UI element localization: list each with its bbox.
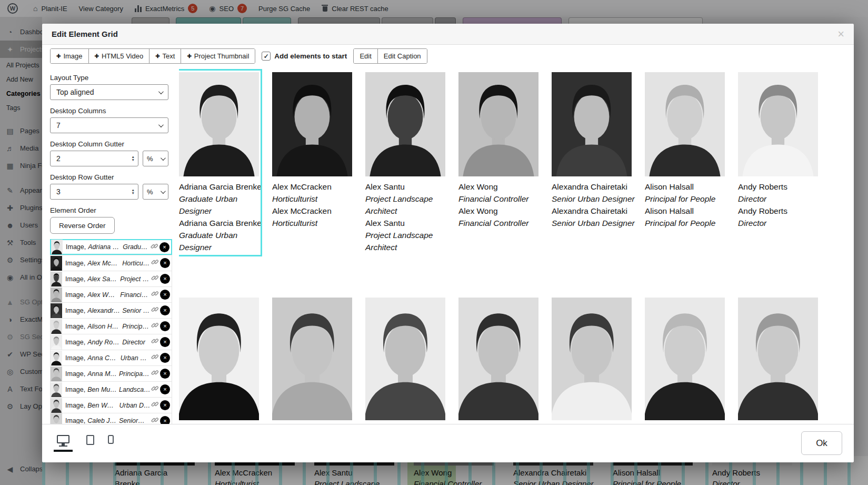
- element-name-label: Anna M…: [87, 370, 117, 378]
- chevron-down-icon: [158, 89, 164, 94]
- link-icon: [151, 321, 159, 331]
- desktop-row-gutter-unit-select[interactable]: %: [143, 184, 168, 200]
- device-tablet-button[interactable]: [86, 435, 94, 445]
- grid-cell[interactable]: Chris…: [738, 298, 818, 424]
- number-stepper-icon[interactable]: ▲▼: [132, 189, 135, 195]
- element-order-list: Image, Adriana Garcia Brenke Graduate Ur…: [50, 239, 172, 424]
- link-icon: [151, 337, 159, 347]
- element-type-label: Image,: [65, 386, 85, 393]
- element-name-label: Alex Santu: [87, 275, 118, 283]
- element-order-item[interactable]: Image, Ben Mu… Landsca… ×: [50, 381, 172, 397]
- desktop-row-gutter-input[interactable]: 3 ▲▼: [50, 184, 138, 200]
- link-icon: [151, 258, 159, 268]
- reverse-order-button[interactable]: Reverse Order: [50, 217, 115, 234]
- remove-element-button[interactable]: ×: [160, 258, 170, 268]
- link-icon: [151, 400, 159, 410]
- element-order-item[interactable]: Image, Ben We… Urban D… ×: [50, 397, 172, 413]
- grid-cell[interactable]: Ben Mu…: [365, 298, 445, 424]
- element-thumbnail: [51, 398, 62, 413]
- portrait-photo: [365, 298, 445, 420]
- remove-element-button[interactable]: ×: [159, 242, 169, 252]
- element-order-item[interactable]: Image, Alex Santu Project Landscape Arch…: [50, 271, 172, 286]
- element-name-label: Adriana Garcia Brenke: [88, 243, 121, 251]
- element-thumbnail: [51, 413, 62, 424]
- grid-cell[interactable]: Alexandra ChairetakiSenior Urban Designe…: [552, 72, 632, 253]
- caption: Alex WongFinancial ControllerAlex WongFi…: [458, 181, 543, 229]
- element-order-item[interactable]: Image, Alex Wong Financial Controller ×: [50, 286, 172, 302]
- portrait-photo: [645, 72, 725, 176]
- element-title-label: Senior Urban Designer: [122, 307, 151, 314]
- remove-element-button[interactable]: ×: [160, 384, 170, 394]
- remove-element-button[interactable]: ×: [160, 290, 170, 300]
- desktop-column-gutter-input[interactable]: 2 ▲▼: [50, 151, 138, 166]
- grid-row-2: Anna Co… Anna M… Ben Mu… Ben We… Caleb… …: [179, 298, 818, 424]
- desktop-icon: [57, 435, 69, 443]
- remove-element-button[interactable]: ×: [160, 416, 170, 424]
- desktop-columns-label: Desktop Columns: [50, 107, 180, 115]
- remove-element-button[interactable]: ×: [160, 274, 170, 284]
- desktop-column-gutter-unit-select[interactable]: %: [143, 151, 168, 166]
- link-icon: [151, 369, 159, 379]
- element-order-item[interactable]: Image, Caleb J… Senior… ×: [50, 413, 172, 424]
- element-order-item[interactable]: Image, Anna Co… Urban D… ×: [50, 350, 172, 365]
- grid-cell[interactable]: Alex McCrackenHorticulturistAlex McCrack…: [272, 72, 352, 253]
- grid-cell[interactable]: Anna Co…: [179, 298, 259, 424]
- element-order-item[interactable]: Image, Anna M… Principa… ×: [50, 365, 172, 381]
- portrait-photo: [179, 72, 259, 176]
- chevron-down-icon: [158, 122, 164, 127]
- remove-element-button[interactable]: ×: [160, 305, 170, 315]
- element-title-label: Senior…: [119, 417, 151, 424]
- element-thumbnail: [51, 240, 63, 254]
- layout-type-select[interactable]: Top aligned: [50, 84, 168, 100]
- link-icon: [151, 305, 159, 315]
- grid-cell[interactable]: Ben We…: [458, 298, 538, 424]
- element-order-item[interactable]: Image, Alison Halsall Principal for Peop…: [50, 318, 172, 334]
- element-thumbnail: [51, 351, 62, 365]
- element-order-item[interactable]: Image, Andy Roberts Director ×: [50, 334, 172, 350]
- remove-element-button[interactable]: ×: [160, 337, 170, 347]
- element-thumbnail: [51, 319, 62, 334]
- desktop-column-gutter-value: 2: [56, 154, 61, 163]
- grid-cell[interactable]: Alison HalsallPrincipal for PeopleAlison…: [645, 72, 725, 253]
- ok-button[interactable]: Ok: [801, 431, 842, 455]
- grid-cell[interactable]: Anna M…: [272, 298, 352, 424]
- remove-element-button[interactable]: ×: [160, 400, 170, 410]
- element-name-label: Anna Co…: [87, 354, 118, 362]
- layout-type-value: Top aligned: [56, 88, 94, 96]
- close-icon[interactable]: ×: [837, 28, 844, 40]
- grid-cell[interactable]: Alex SantuProject Landscape ArchitectAle…: [365, 72, 445, 253]
- device-desktop-button[interactable]: [54, 435, 73, 452]
- element-title-label: Director: [122, 339, 151, 346]
- grid-cell[interactable]: Caleb…: [552, 298, 632, 424]
- remove-element-button[interactable]: ×: [160, 369, 170, 379]
- portrait-photo: [645, 298, 725, 420]
- element-order-item[interactable]: Image, Alexandra Chairetaki Senior Urban…: [50, 302, 172, 318]
- device-mobile-button[interactable]: [108, 435, 114, 444]
- element-name-label: Alex Wong: [87, 291, 118, 299]
- grid-cell[interactable]: Adriana Garcia BrenkeGraduate Urban Desi…: [179, 72, 259, 253]
- modal-footer: Ok: [42, 424, 854, 462]
- grid-cell[interactable]: Alex WongFinancial ControllerAlex WongFi…: [458, 72, 538, 253]
- device-preview-toggles: [54, 435, 114, 452]
- desktop-columns-select[interactable]: 7: [50, 117, 168, 133]
- portrait-photo: [179, 298, 259, 420]
- element-thumbnail: [51, 303, 62, 318]
- element-thumbnail: [51, 272, 62, 286]
- caption: Alex McCrackenHorticulturistAlex McCrack…: [272, 181, 356, 229]
- caption: Alexandra ChairetakiSenior Urban Designe…: [552, 181, 636, 229]
- grid-cell[interactable]: Camilla…: [645, 298, 725, 424]
- element-thumbnail: [51, 367, 62, 381]
- grid-settings-panel: Layout Type Top aligned Desktop Columns …: [42, 45, 180, 424]
- element-type-label: Image,: [65, 354, 85, 362]
- number-stepper-icon[interactable]: ▲▼: [132, 155, 135, 162]
- remove-element-button[interactable]: ×: [160, 353, 170, 363]
- element-order-item[interactable]: Image, Alex McCracken Horticulturist ×: [50, 255, 172, 271]
- element-order-item[interactable]: Image, Adriana Garcia Brenke Graduate Ur…: [50, 239, 172, 255]
- element-grid-preview: Adriana Garcia BrenkeGraduate Urban Desi…: [179, 45, 854, 424]
- unit-value: %: [147, 155, 153, 163]
- portrait-photo: [458, 72, 538, 176]
- grid-cell[interactable]: Andy RobertsDirectorAndy RobertsDirector: [738, 72, 818, 253]
- element-type-label: Image,: [65, 323, 85, 330]
- desktop-row-gutter-label: Desktop Row Gutter: [50, 173, 180, 181]
- remove-element-button[interactable]: ×: [160, 321, 170, 331]
